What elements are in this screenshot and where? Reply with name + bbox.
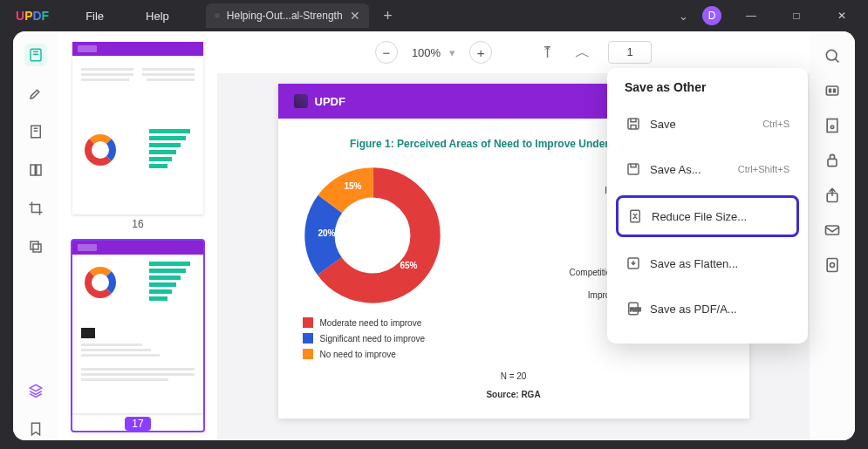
svg-rect-4 xyxy=(33,244,41,252)
menu-help[interactable]: Help xyxy=(125,10,190,23)
panel-title: Save as Other xyxy=(616,80,799,105)
svg-point-11 xyxy=(826,50,837,60)
tab-dot-icon xyxy=(215,13,220,18)
download-icon xyxy=(625,255,641,271)
reader-tool[interactable] xyxy=(24,44,47,66)
svg-rect-12 xyxy=(826,86,837,95)
sample-size: N = 20 xyxy=(303,371,725,381)
compress-icon xyxy=(627,208,643,224)
svg-rect-15 xyxy=(828,159,837,166)
source: Source: RGA xyxy=(303,390,725,399)
prev-page-button[interactable]: ︿ xyxy=(571,42,594,63)
document-tab[interactable]: Helping-Out...al-Strength ✕ xyxy=(206,3,369,28)
copy-tool[interactable] xyxy=(24,235,47,258)
tab-title: Helping-Out...al-Strength xyxy=(227,10,343,22)
zoom-out-button[interactable]: − xyxy=(375,41,398,64)
page-number-input[interactable]: 1 xyxy=(608,41,652,64)
save-button[interactable]: SaveCtrl+S xyxy=(616,105,799,143)
brand-label: UPDF xyxy=(315,95,345,108)
brand-icon xyxy=(294,94,308,108)
form-icon[interactable] xyxy=(824,117,841,134)
ocr-icon[interactable] xyxy=(824,82,841,99)
view-toolbar: − 100%▾ + ⤒ ︿ 1 xyxy=(217,31,810,73)
legend: Moderate need to improve Significant nee… xyxy=(303,317,477,359)
save-icon xyxy=(625,116,641,132)
save-as-button[interactable]: Save As...Ctrl+Shift+S xyxy=(616,150,799,188)
svg-rect-17 xyxy=(826,226,839,235)
donut-chart: 65% 20% 15% xyxy=(303,166,442,305)
zoom-level[interactable]: 100%▾ xyxy=(412,46,455,59)
share-icon[interactable] xyxy=(824,187,841,204)
save-as-flatten-button[interactable]: Save as Flatten... xyxy=(616,244,799,282)
menu-file[interactable]: File xyxy=(65,10,125,23)
tab-close-icon[interactable]: ✕ xyxy=(350,9,360,23)
window-maximize-button[interactable]: □ xyxy=(781,10,812,22)
app-logo: UPDF xyxy=(0,9,65,23)
donut-label: 20% xyxy=(318,228,336,238)
highlight-tool[interactable] xyxy=(24,82,47,105)
svg-text:PDF/A: PDF/A xyxy=(630,308,641,312)
svg-rect-21 xyxy=(628,164,639,174)
pdfa-icon: PDF/A xyxy=(625,301,641,316)
organize-tool[interactable] xyxy=(24,159,47,181)
thumbnail-17[interactable]: 17 xyxy=(71,239,205,432)
svg-rect-2 xyxy=(31,165,35,175)
chevron-down-icon[interactable]: ⌄ xyxy=(679,10,688,23)
save-as-other-panel: Save as Other SaveCtrl+S Save As...Ctrl+… xyxy=(607,68,808,344)
titlebar: UPDF File Help Helping-Out...al-Strength… xyxy=(0,0,868,31)
svg-point-19 xyxy=(830,263,835,268)
print-icon[interactable] xyxy=(824,256,841,274)
bookmark-tool[interactable] xyxy=(24,418,47,440)
window-minimize-button[interactable]: — xyxy=(735,10,767,22)
svg-rect-5 xyxy=(31,242,38,249)
svg-rect-18 xyxy=(827,259,837,272)
edit-tool[interactable] xyxy=(24,120,47,143)
right-toolbar xyxy=(810,31,855,440)
workspace: 16 17 − 100%▾ + ⤒ ︿ 1 xyxy=(13,31,855,440)
svg-rect-20 xyxy=(628,119,639,129)
search-icon[interactable] xyxy=(824,47,841,65)
svg-point-10 xyxy=(338,202,405,269)
thumbnail-panel: 16 17 xyxy=(58,31,217,440)
window-close-button[interactable]: ✕ xyxy=(826,10,858,22)
protect-icon[interactable] xyxy=(824,152,841,169)
avatar[interactable]: D xyxy=(702,6,721,25)
svg-point-14 xyxy=(830,126,833,128)
mail-icon[interactable] xyxy=(824,221,841,239)
thumbnail-page-number: 17 xyxy=(125,417,151,431)
crop-tool[interactable] xyxy=(24,197,47,220)
thumbnail-page-number: 16 xyxy=(72,218,203,230)
zoom-in-button[interactable]: + xyxy=(469,41,492,64)
first-page-button[interactable]: ⤒ xyxy=(537,43,557,62)
donut-label: 65% xyxy=(400,261,417,270)
save-as-pdfa-button[interactable]: PDF/A Save as PDF/A... xyxy=(616,289,799,328)
thumbnail-16[interactable]: 16 xyxy=(71,40,205,232)
donut-label: 15% xyxy=(345,181,362,191)
left-toolbar xyxy=(13,31,58,440)
tab-add-button[interactable]: + xyxy=(376,3,400,28)
layers-tool[interactable] xyxy=(24,379,47,402)
save-as-icon xyxy=(625,161,641,177)
svg-rect-3 xyxy=(37,165,41,175)
reduce-file-size-button[interactable]: Reduce File Size... xyxy=(616,195,799,237)
